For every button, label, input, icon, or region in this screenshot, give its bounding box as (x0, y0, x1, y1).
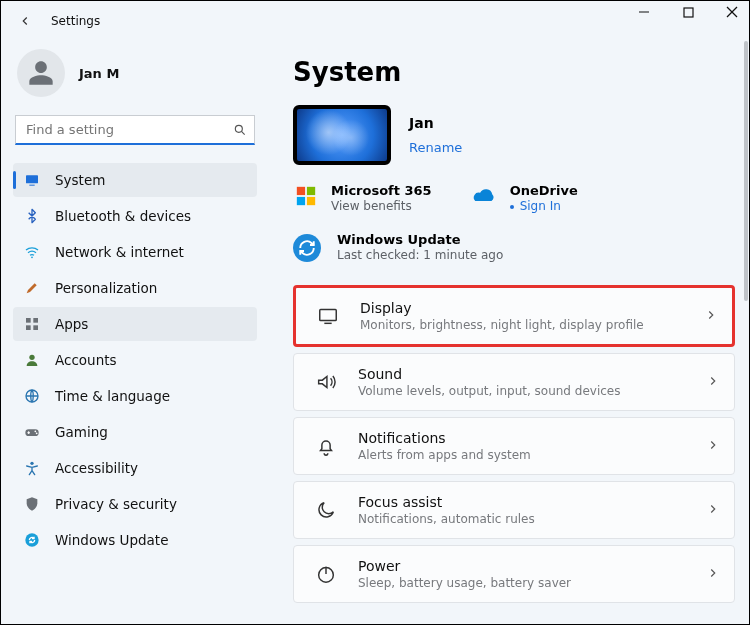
svg-rect-1 (684, 8, 693, 17)
nav-item-system[interactable]: System (13, 163, 257, 197)
nav-label: Time & language (55, 388, 170, 404)
m365-title: Microsoft 365 (331, 183, 432, 199)
svg-point-4 (235, 125, 242, 132)
page-title: System (293, 57, 741, 87)
main-content: System Jan Rename Microsoft 365 View ben… (269, 41, 749, 624)
card-title: Sound (358, 366, 620, 382)
card-title: Notifications (358, 430, 531, 446)
person-icon (23, 351, 41, 369)
chevron-right-icon (706, 501, 720, 520)
nav-label: Apps (55, 316, 88, 332)
bell-icon (308, 435, 344, 457)
nav-label: Accessibility (55, 460, 138, 476)
close-button[interactable] (723, 3, 741, 21)
m365-card[interactable]: Microsoft 365 View benefits (293, 183, 432, 214)
search-icon (233, 122, 247, 141)
rename-link[interactable]: Rename (409, 140, 462, 155)
globe-icon (23, 387, 41, 405)
avatar-icon (17, 49, 65, 97)
wu-sub: Last checked: 1 minute ago (337, 248, 503, 264)
svg-point-13 (29, 355, 34, 360)
svg-point-8 (31, 256, 33, 258)
bluetooth-icon (23, 207, 41, 225)
svg-rect-21 (307, 187, 315, 195)
card-sound[interactable]: SoundVolume levels, output, input, sound… (293, 353, 735, 411)
nav-item-gaming[interactable]: Gaming (13, 415, 257, 449)
m365-icon (293, 183, 319, 209)
nav-label: Accounts (55, 352, 117, 368)
chevron-right-icon (706, 437, 720, 456)
card-subtitle: Alerts from apps and system (358, 448, 531, 462)
nav-label: Privacy & security (55, 496, 177, 512)
app-title: Settings (51, 14, 100, 28)
back-button[interactable] (13, 9, 37, 33)
search-input[interactable] (15, 115, 255, 145)
card-title: Display (360, 300, 644, 316)
brush-icon (23, 279, 41, 297)
card-subtitle: Monitors, brightness, night light, displ… (360, 318, 644, 332)
svg-point-18 (30, 462, 33, 465)
moon-icon (308, 499, 344, 521)
sound-icon (308, 371, 344, 393)
nav-item-bluetooth-devices[interactable]: Bluetooth & devices (13, 199, 257, 233)
nav-item-apps[interactable]: Apps (13, 307, 257, 341)
svg-rect-9 (26, 318, 31, 323)
svg-rect-7 (29, 185, 34, 186)
card-power[interactable]: PowerSleep, battery usage, battery saver (293, 545, 735, 603)
onedrive-signin-link[interactable]: Sign In (510, 199, 578, 215)
onedrive-card[interactable]: OneDrive Sign In (472, 183, 578, 214)
svg-rect-10 (33, 318, 38, 323)
wifi-icon (23, 243, 41, 261)
nav-item-accessibility[interactable]: Accessibility (13, 451, 257, 485)
nav-item-time-language[interactable]: Time & language (13, 379, 257, 413)
shield-icon (23, 495, 41, 513)
update-icon (23, 531, 41, 549)
nav-label: Windows Update (55, 532, 168, 548)
windows-update-row[interactable]: Windows Update Last checked: 1 minute ag… (293, 232, 741, 263)
apps-icon (23, 315, 41, 333)
onedrive-icon (472, 183, 498, 209)
nav-label: Personalization (55, 280, 157, 296)
svg-point-17 (36, 432, 38, 434)
nav-list: SystemBluetooth & devicesNetwork & inter… (13, 163, 257, 557)
nav-label: Network & internet (55, 244, 184, 260)
svg-line-5 (241, 131, 244, 134)
m365-sub: View benefits (331, 199, 432, 215)
card-title: Power (358, 558, 571, 574)
svg-rect-6 (26, 175, 38, 183)
accessibility-icon (23, 459, 41, 477)
nav-item-privacy-security[interactable]: Privacy & security (13, 487, 257, 521)
display-icon (310, 305, 346, 327)
maximize-button[interactable] (679, 3, 697, 21)
svg-rect-22 (297, 197, 305, 205)
card-focus-assist[interactable]: Focus assistNotifications, automatic rul… (293, 481, 735, 539)
card-notifications[interactable]: NotificationsAlerts from apps and system (293, 417, 735, 475)
onedrive-title: OneDrive (510, 183, 578, 199)
svg-rect-12 (33, 325, 38, 330)
nav-item-accounts[interactable]: Accounts (13, 343, 257, 377)
card-subtitle: Sleep, battery usage, battery saver (358, 576, 571, 590)
nav-item-windows-update[interactable]: Windows Update (13, 523, 257, 557)
chevron-right-icon (704, 307, 718, 326)
svg-rect-20 (297, 187, 305, 195)
gamepad-icon (23, 423, 41, 441)
update-icon (293, 234, 321, 262)
card-subtitle: Notifications, automatic rules (358, 512, 535, 526)
scroll-thumb[interactable] (744, 41, 748, 301)
card-display[interactable]: DisplayMonitors, brightness, night light… (293, 285, 735, 347)
card-title: Focus assist (358, 494, 535, 510)
chevron-right-icon (706, 565, 720, 584)
system-icon (23, 171, 41, 189)
minimize-button[interactable] (635, 3, 653, 21)
svg-rect-11 (26, 325, 31, 330)
nav-item-network-internet[interactable]: Network & internet (13, 235, 257, 269)
nav-label: Bluetooth & devices (55, 208, 191, 224)
svg-rect-24 (320, 310, 337, 321)
scrollbar[interactable] (742, 41, 748, 622)
card-subtitle: Volume levels, output, input, sound devi… (358, 384, 620, 398)
nav-item-personalization[interactable]: Personalization (13, 271, 257, 305)
profile-block[interactable]: Jan M (17, 49, 251, 97)
profile-name: Jan M (79, 66, 119, 81)
svg-point-16 (34, 430, 36, 432)
svg-rect-23 (307, 197, 315, 205)
